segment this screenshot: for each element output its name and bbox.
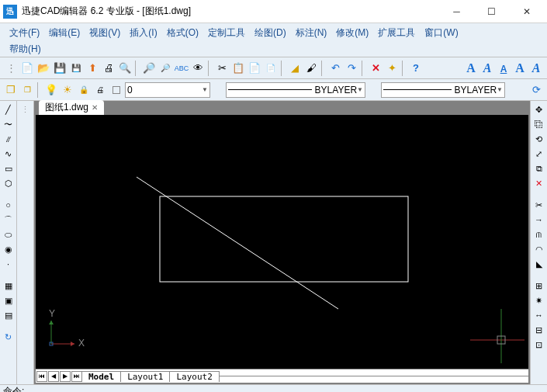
preview-icon[interactable]: 🔍 — [117, 61, 133, 76]
color-swatch[interactable] — [109, 82, 124, 98]
paste-icon[interactable]: 📄 — [247, 61, 262, 76]
svg-text:Y: Y — [49, 308, 55, 319]
polyline-tool-icon[interactable]: 〜 — [2, 117, 16, 131]
save-icon[interactable]: 💾 — [52, 61, 68, 76]
lock-icon[interactable]: 🔒 — [76, 82, 92, 98]
close-button[interactable]: ✕ — [509, 1, 544, 23]
brush-icon[interactable]: 🖌 — [303, 61, 319, 76]
join-tool-icon[interactable]: ⊡ — [532, 338, 546, 352]
spline-tool-icon[interactable]: ∿ — [2, 147, 16, 161]
rectangle-tool-icon[interactable]: ▭ — [2, 161, 16, 175]
copy-tool-icon[interactable]: ⿻ — [532, 117, 546, 131]
hatch-tool-icon[interactable]: ▦ — [2, 279, 16, 293]
linetype-combo[interactable]: BYLAYER ▼ — [226, 82, 365, 98]
layout-tab-2[interactable]: Layout2 — [169, 371, 219, 382]
break-tool-icon[interactable]: ⊟ — [532, 323, 546, 337]
open-file-icon[interactable]: 📂 — [36, 61, 51, 76]
chevron-down-icon: ▼ — [202, 86, 208, 93]
saveall-icon[interactable]: 💾 — [68, 61, 84, 76]
text-style-a4[interactable]: A — [512, 61, 528, 75]
command-line[interactable]: 命令: — [0, 384, 547, 392]
export-icon[interactable]: ⬆ — [85, 61, 100, 76]
mirror-tool-icon[interactable]: ⧉ — [532, 161, 546, 175]
redo-icon[interactable]: ↷ — [344, 61, 359, 76]
point-tool-icon[interactable]: · — [2, 257, 16, 271]
menu-insert[interactable]: 插入(I) — [125, 25, 161, 41]
replace-icon[interactable]: 🔎 — [158, 61, 173, 76]
spellcheck-icon[interactable]: ABC — [174, 61, 189, 76]
layout-nav-next[interactable]: ▶ — [60, 371, 71, 382]
chamfer-tool-icon[interactable]: ◣ — [532, 257, 546, 271]
document-tab[interactable]: 图纸1.dwg ✕ — [39, 100, 104, 115]
array-tool-icon[interactable]: ⊞ — [532, 279, 546, 293]
svg-marker-3 — [49, 321, 54, 324]
undo-icon[interactable]: ↶ — [327, 61, 343, 76]
plot-icon[interactable]: 🖨 — [92, 82, 108, 98]
layout-tab-model[interactable]: Model — [81, 371, 121, 382]
binoculars-icon[interactable]: 👁 — [190, 61, 206, 76]
menu-exttools[interactable]: 扩展工具 — [373, 25, 420, 41]
sun-icon[interactable]: ☀ — [60, 82, 75, 98]
text-style-a3[interactable]: A — [496, 61, 511, 75]
new-file-icon[interactable]: 📄 — [19, 61, 35, 76]
delete-icon[interactable]: ✕ — [368, 61, 383, 76]
find-icon[interactable]: 🔎 — [141, 61, 157, 76]
layout-nav-last[interactable]: ⏭ — [71, 371, 82, 382]
layer-icon[interactable]: ❐ — [3, 82, 19, 98]
menu-window[interactable]: 窗口(W) — [420, 25, 462, 41]
stretch-tool-icon[interactable]: ↔ — [532, 308, 546, 322]
purge-icon[interactable]: ✦ — [384, 61, 400, 76]
paste-special-icon[interactable]: 📄 — [263, 61, 279, 76]
ellipse-tool-icon[interactable]: ⬭ — [2, 227, 16, 241]
multiline-tool-icon[interactable]: ⫽ — [2, 132, 16, 146]
extend-tool-icon[interactable]: → — [532, 213, 546, 227]
cut-icon[interactable]: ✂ — [214, 61, 230, 76]
menu-edit[interactable]: 编辑(E) — [44, 25, 85, 41]
menu-view[interactable]: 视图(V) — [85, 25, 125, 41]
text-style-a1[interactable]: A — [463, 61, 479, 75]
minimize-button[interactable]: ─ — [439, 1, 474, 23]
arc-tool-icon[interactable]: ⌒ — [2, 213, 16, 227]
refresh-icon[interactable]: ⟳ — [528, 82, 544, 98]
circle-tool-icon[interactable]: ○ — [2, 198, 16, 212]
explode-tool-icon[interactable]: ✷ — [532, 293, 546, 307]
menu-draw[interactable]: 绘图(D) — [250, 25, 291, 41]
scale-tool-icon[interactable]: ⤢ — [532, 147, 546, 161]
maximize-button[interactable]: ☐ — [474, 1, 509, 23]
menu-modify[interactable]: 修改(M) — [331, 25, 373, 41]
layer-states-icon[interactable]: ❐ — [19, 82, 35, 98]
move-tool-icon[interactable]: ✥ — [532, 102, 546, 116]
copy-icon[interactable]: 📋 — [230, 61, 246, 76]
revcloud-tool-icon[interactable]: ↻ — [2, 330, 16, 344]
offset-tool-icon[interactable]: ⫙ — [532, 227, 546, 241]
boundary-tool-icon[interactable]: ▤ — [2, 308, 16, 322]
text-style-a5[interactable]: A — [528, 61, 544, 75]
layer-combo[interactable]: 0 ▼ — [125, 82, 210, 98]
lightbulb-on-icon[interactable]: 💡 — [43, 82, 59, 98]
grip-icon: ⋮ — [3, 61, 19, 76]
layout-nav-prev[interactable]: ◀ — [48, 371, 59, 382]
layout-nav-first[interactable]: ⏮ — [36, 371, 47, 382]
menu-annotate[interactable]: 标注(N) — [291, 25, 332, 41]
lineweight-combo[interactable]: BYLAYER ▼ — [381, 82, 505, 98]
menu-custom[interactable]: 定制工具 — [203, 25, 250, 41]
layout-tab-1[interactable]: Layout1 — [120, 371, 170, 382]
fillet-tool-icon[interactable]: ◠ — [532, 242, 546, 256]
lineweight-preview — [383, 89, 452, 90]
menu-format[interactable]: 格式(O) — [162, 25, 203, 41]
donut-tool-icon[interactable]: ◉ — [2, 242, 16, 256]
text-style-a2[interactable]: A — [479, 61, 495, 75]
help-icon[interactable]: ? — [408, 61, 424, 76]
menu-help[interactable]: 帮助(H) — [5, 41, 542, 57]
canvas[interactable]: X Y — [36, 115, 528, 369]
menu-file[interactable]: 文件(F) — [5, 25, 44, 41]
polygon-tool-icon[interactable]: ⬡ — [2, 176, 16, 190]
rotate-tool-icon[interactable]: ⟲ — [532, 132, 546, 146]
tab-close-icon[interactable]: ✕ — [92, 103, 98, 112]
eraser-icon[interactable]: ◢ — [287, 61, 303, 76]
trim-tool-icon[interactable]: ✂ — [532, 198, 546, 212]
line-tool-icon[interactable]: ╱ — [2, 102, 16, 116]
region-tool-icon[interactable]: ▣ — [2, 293, 16, 307]
erase-tool-icon[interactable]: ✕ — [532, 176, 546, 190]
print-icon[interactable]: 🖨 — [101, 61, 116, 76]
